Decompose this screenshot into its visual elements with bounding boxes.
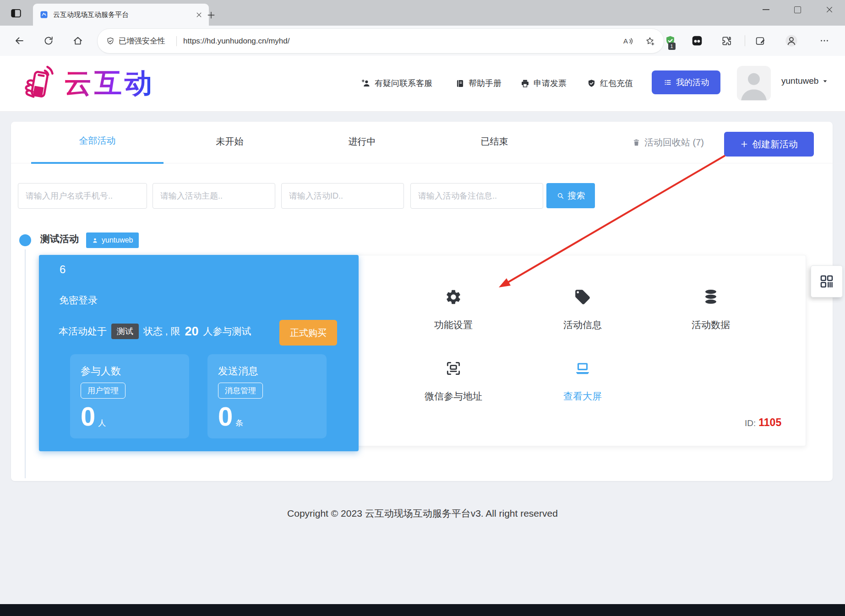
security-label: 已增强安全性 [119,36,165,46]
search-button[interactable]: 搜索 [546,183,595,208]
search-remark-input[interactable] [410,183,543,209]
favorite-star-icon[interactable] [644,36,655,47]
owner-name: yuntuweb [102,236,133,244]
bottom-strip [0,604,845,616]
username-label: yuntuweb [781,76,818,86]
activity-id-label: ID: [745,418,756,428]
panel-value: 0人 [81,402,106,431]
action-view-big-screen[interactable]: 查看大屏 [532,360,633,403]
logo-text: 云互动 [64,65,155,102]
chevron-down-icon [822,78,828,84]
message-manage-button[interactable]: 消息管理 [218,383,263,399]
corner-number: 6 [60,263,65,276]
read-aloud-icon[interactable]: A [622,36,633,47]
buy-button[interactable]: 正式购买 [279,320,337,346]
search-topic-input[interactable] [153,183,275,209]
action-label: 活动信息 [532,319,633,331]
close-button[interactable] [813,0,845,19]
search-username-input[interactable] [18,183,147,209]
tab-close-icon[interactable] [196,11,202,18]
activity-owner-badge[interactable]: yuntuweb [86,232,139,248]
site-header: 云互动 有疑问联系客服 帮助手册 申请发票 红包充值 [0,56,845,112]
nav-label: 申请发票 [534,78,567,89]
tab-in-progress[interactable]: 进行中 [296,122,428,163]
site-logo[interactable]: 云互动 [18,62,155,104]
avatar[interactable] [737,66,771,101]
gear-icon [403,288,504,306]
messages-panel[interactable]: 发送消息 消息管理 0条 [207,354,327,438]
activity-title: 测试活动 [40,232,79,245]
grid-layout-icon [818,273,835,290]
tag-icon [532,288,633,306]
svg-text:A: A [623,37,628,45]
database-icon [660,288,761,306]
status-limit: 20 [185,324,199,339]
my-activities-label: 我的活动 [676,77,709,88]
nav-label: 帮助手册 [469,78,502,89]
person-icon [92,237,98,244]
action-activity-data[interactable]: 活动数据 [660,288,761,331]
timeline-line [25,249,26,478]
tab-not-started[interactable]: 未开始 [164,122,296,163]
new-tab-button[interactable] [203,7,219,23]
back-button[interactable] [10,32,28,50]
list-icon [663,78,672,87]
search-button-label: 搜索 [568,190,585,202]
trash-icon [632,138,641,147]
activity-id: ID:1105 [745,416,781,429]
home-button[interactable] [69,32,87,50]
adblock-badge: 1 [668,43,676,50]
tab-actions-button[interactable] [6,5,26,22]
user-menu[interactable]: yuntuweb [781,76,828,86]
nav-recharge[interactable]: 红包充值 [587,78,633,89]
panel-title: 参与人数 [81,364,121,378]
extensions-puzzle-icon[interactable] [717,32,736,50]
browser-tab[interactable]: 云互动现场互动服务平台 [33,4,209,26]
my-activities-button[interactable]: 我的活动 [652,70,720,94]
search-row: 搜索 [11,183,833,209]
recycle-bin-link[interactable]: 活动回收站 (7) [632,122,704,163]
search-id-input[interactable] [281,183,404,209]
adblock-extension-icon[interactable]: 1 [661,32,679,50]
tab-title: 云互动现场互动服务平台 [53,11,191,19]
more-menu-icon[interactable] [815,32,834,50]
plus-icon [740,140,748,148]
nav-help-manual[interactable]: 帮助手册 [455,78,502,89]
minimize-button[interactable] [750,0,782,19]
create-activity-button[interactable]: 创建新活动 [724,132,814,157]
action-wechat-address[interactable]: 微信参与地址 [403,360,504,403]
book-icon [455,79,465,88]
action-activity-info[interactable]: 活动信息 [532,288,633,331]
side-dashboard-widget[interactable] [811,265,843,297]
status-suffix: 人参与测试 [203,325,251,338]
panel-number: 0 [218,401,233,431]
copyright-text: Copyright © 2023 云互动现场互动服务平台v3. All righ… [0,507,845,520]
action-feature-settings[interactable]: 功能设置 [403,288,504,331]
activity-id-value: 1105 [758,416,781,428]
user-manage-button[interactable]: 用户管理 [81,383,125,399]
address-bar[interactable]: 已增强安全性 https://hd.yunhudong.cn/myhd/ A [97,28,664,54]
panel-unit: 人 [98,419,106,427]
dark-reader-extension-icon[interactable] [688,32,706,50]
tab-ended[interactable]: 已结束 [428,122,561,163]
nav-invoice[interactable]: 申请发票 [520,78,567,89]
reload-button[interactable] [39,32,58,50]
tab-all-activities[interactable]: 全部活动 [31,121,164,164]
profile-icon[interactable] [782,32,801,50]
participants-panel[interactable]: 参与人数 用户管理 0人 [70,354,189,438]
status-badge: 测试 [111,324,139,339]
action-label: 功能设置 [403,319,504,331]
panel-value: 0条 [218,402,243,431]
timeline-dot [19,234,31,246]
maximize-button[interactable] [782,0,813,19]
activity-blue-card: 6 免密登录 本活动处于 测试 状态 , 限 20 人参与测试 正式购买 参与人… [39,255,359,451]
search-icon [556,192,565,200]
panel-title: 发送消息 [218,364,258,378]
nav-contact-support[interactable]: 有疑问联系客服 [361,78,432,89]
login-mode-label: 免密登录 [59,294,98,307]
url-text: https://hd.yunhudong.cn/myhd/ [183,37,290,46]
web-capture-icon[interactable] [751,32,769,50]
printer-icon [520,79,530,88]
security-shield-icon [106,37,115,46]
recycle-bin-label: 活动回收站 (7) [644,136,704,149]
